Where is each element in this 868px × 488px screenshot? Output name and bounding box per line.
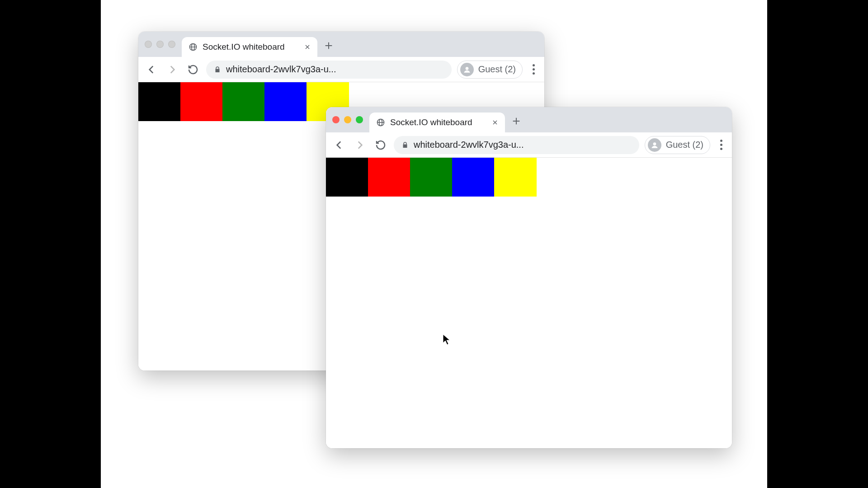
mouse-cursor-icon bbox=[443, 334, 451, 346]
window-maximize-button[interactable] bbox=[356, 116, 363, 123]
profile-label: Guest (2) bbox=[666, 140, 703, 150]
globe-icon bbox=[376, 117, 386, 127]
address-bar[interactable]: whiteboard-2wvlk7vg3a-u... bbox=[394, 136, 639, 154]
color-swatch-blue[interactable] bbox=[264, 82, 307, 121]
address-text: whiteboard-2wvlk7vg3a-u... bbox=[226, 64, 336, 75]
window-minimize-button[interactable] bbox=[344, 116, 351, 123]
window-minimize-button[interactable] bbox=[156, 41, 164, 48]
avatar-icon bbox=[648, 138, 661, 152]
reload-button[interactable] bbox=[373, 137, 388, 153]
tabstrip: Socket.IO whiteboard bbox=[326, 107, 732, 132]
color-swatch-blue[interactable] bbox=[452, 158, 495, 197]
back-button[interactable] bbox=[331, 137, 347, 153]
window-controls bbox=[145, 41, 175, 48]
back-button[interactable] bbox=[144, 62, 159, 77]
tab-title: Socket.IO whiteboard bbox=[203, 42, 299, 52]
svg-point-2 bbox=[465, 67, 468, 70]
browser-tab[interactable]: Socket.IO whiteboard bbox=[182, 37, 317, 57]
browser-toolbar: whiteboard-2wvlk7vg3a-u... Guest (2) bbox=[326, 132, 732, 158]
browser-menu-button[interactable] bbox=[716, 140, 726, 150]
browser-menu-button[interactable] bbox=[528, 64, 539, 75]
color-swatch-yellow[interactable] bbox=[494, 158, 537, 197]
color-swatch-green[interactable] bbox=[222, 82, 265, 121]
new-tab-button[interactable] bbox=[511, 116, 525, 126]
profile-chip[interactable]: Guest (2) bbox=[457, 61, 523, 79]
window-close-button[interactable] bbox=[332, 116, 340, 123]
color-swatch-green[interactable] bbox=[410, 158, 453, 197]
window-controls bbox=[332, 116, 363, 123]
lock-icon bbox=[401, 141, 409, 149]
tab-close-button[interactable] bbox=[491, 119, 499, 126]
profile-chip[interactable]: Guest (2) bbox=[645, 136, 710, 154]
tab-title: Socket.IO whiteboard bbox=[390, 117, 487, 127]
color-swatch-black[interactable] bbox=[138, 82, 181, 121]
new-tab-button[interactable] bbox=[324, 41, 337, 51]
stage-background: Socket.IO whiteboard bbox=[101, 0, 767, 488]
globe-icon bbox=[188, 42, 198, 52]
browser-window-front: Socket.IO whiteboard bbox=[326, 107, 732, 448]
address-text: whiteboard-2wvlk7vg3a-u... bbox=[414, 140, 524, 150]
color-swatch-red[interactable] bbox=[368, 158, 410, 197]
forward-button[interactable] bbox=[352, 137, 368, 153]
tabstrip: Socket.IO whiteboard bbox=[138, 32, 544, 57]
color-palette bbox=[326, 158, 732, 197]
window-close-button[interactable] bbox=[145, 41, 152, 48]
window-maximize-button[interactable] bbox=[168, 41, 175, 48]
page-content[interactable] bbox=[326, 158, 732, 448]
forward-button[interactable] bbox=[165, 62, 180, 77]
color-swatch-black[interactable] bbox=[326, 158, 368, 197]
browser-toolbar: whiteboard-2wvlk7vg3a-u... Guest (2) bbox=[138, 57, 544, 82]
tab-close-button[interactable] bbox=[304, 43, 311, 51]
lock-icon bbox=[213, 66, 222, 74]
avatar-icon bbox=[460, 63, 474, 76]
color-swatch-red[interactable] bbox=[180, 82, 223, 121]
reload-button[interactable] bbox=[185, 62, 201, 77]
profile-label: Guest (2) bbox=[478, 64, 516, 75]
browser-tab[interactable]: Socket.IO whiteboard bbox=[369, 113, 505, 132]
address-bar[interactable]: whiteboard-2wvlk7vg3a-u... bbox=[206, 61, 452, 79]
svg-point-5 bbox=[653, 142, 656, 145]
